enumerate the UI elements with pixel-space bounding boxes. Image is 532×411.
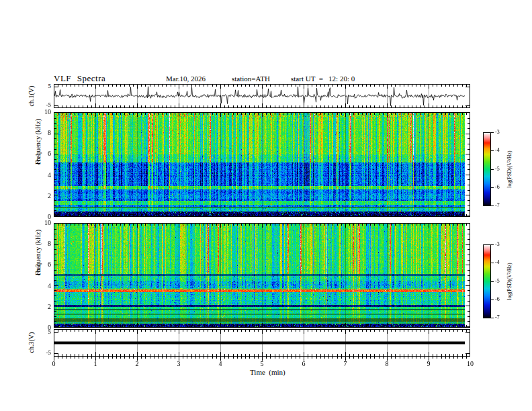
ch1-voltage-tick-label: 5 <box>38 83 51 89</box>
time-tick-label: 5 <box>255 361 269 367</box>
psd-colorbar-tick-label: -7 <box>495 315 500 320</box>
ch1-spectrogram-plot <box>54 112 470 217</box>
ch2_spectrogram-freq-tick-label: 8 <box>34 240 51 247</box>
time-tick-label: 6 <box>296 361 311 367</box>
ch1-frequency-axis-label-line2: Frequency (kHz) <box>34 119 42 165</box>
vlf-spectra-figure: VLF Spectra Mar.10, 2026 station=ATH sta… <box>0 0 532 411</box>
figure-start-ut: start UT = 12: 20: 0 <box>291 75 355 83</box>
ch2_spectrogram-freq-tick-label: 2 <box>34 304 51 310</box>
ch2_spectrogram-freq-tick-label: 10 <box>34 220 51 226</box>
time-tick-label: 2 <box>130 361 144 367</box>
ch1_spectrogram-freq-tick-label: 4 <box>34 172 51 179</box>
time-tick-label: 0 <box>46 361 61 367</box>
figure-date: Mar.10, 2026 <box>166 75 206 83</box>
time-tick-label: 4 <box>213 361 228 367</box>
time-tick-label: 9 <box>421 361 436 367</box>
ch1-voltage-tick-label: -5 <box>38 102 51 108</box>
time-tick-label: 8 <box>380 361 394 367</box>
ch1-colorbar <box>483 132 496 206</box>
psd-colorbar-tick-label: -6 <box>495 185 500 190</box>
psd-colorbar-tick-label: -4 <box>495 148 500 153</box>
psd-colorbar-tick-label: -3 <box>495 130 500 135</box>
ch1_spectrogram-freq-tick-label: 10 <box>34 109 51 116</box>
psd-colorbar-tick-label: -5 <box>495 279 500 284</box>
time-tick-label: 1 <box>88 361 103 367</box>
ch2-colorbar <box>483 244 496 318</box>
time-tick-label: 10 <box>463 361 478 367</box>
ch2-frequency-axis-label-line2: Frequency (kHz) <box>34 230 42 275</box>
ch1_spectrogram-freq-tick-label: 2 <box>34 193 51 199</box>
psd-colorbar-tick-label: -3 <box>495 242 500 247</box>
ch1_spectrogram-freq-tick-label: 6 <box>34 150 51 157</box>
time-axis-label: Time (min) <box>250 368 285 376</box>
time-tick-label: 7 <box>338 361 353 367</box>
ch1-colorbar-label: log(PSD)(V²/Hz) <box>506 150 513 187</box>
psd-colorbar-tick-label: -6 <box>495 297 500 302</box>
time-tick-label: 3 <box>171 361 186 367</box>
ch2_spectrogram-freq-tick-label: 4 <box>34 283 51 289</box>
figure-station: station=ATH <box>232 75 270 83</box>
ch3-voltage-tick-label: -5 <box>38 350 51 356</box>
psd-colorbar-tick-label: -4 <box>495 260 500 265</box>
ch1_spectrogram-freq-tick-label: 8 <box>34 130 51 136</box>
ch3-voltage-axis-label: ch.3(V) <box>28 332 35 353</box>
ch1-voltage-axis-label: ch.1(V) <box>28 86 35 107</box>
ch1-waveform-plot <box>54 84 470 108</box>
ch3-waveform-plot <box>54 329 470 357</box>
ch3-voltage-tick-label: 5 <box>38 329 51 335</box>
psd-colorbar-tick-label: -5 <box>495 167 500 172</box>
figure-title: VLF Spectra <box>54 73 105 84</box>
ch2_spectrogram-freq-tick-label: 6 <box>34 261 51 268</box>
psd-colorbar-tick-label: -7 <box>495 203 500 208</box>
ch2-spectrogram-plot <box>54 223 470 328</box>
ch2-colorbar-label: log(PSD)(V²/Hz) <box>506 263 513 300</box>
